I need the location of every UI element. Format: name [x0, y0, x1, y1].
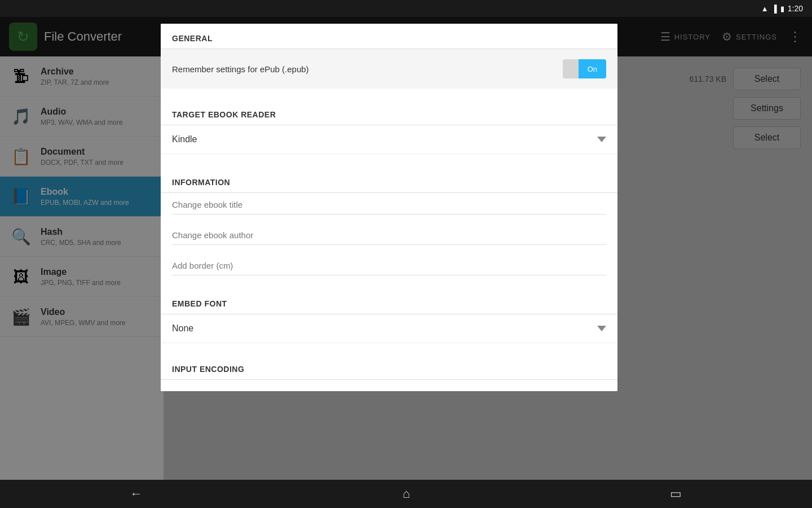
toggle-on-part[interactable]: On — [579, 59, 606, 78]
ebook-reader-dropdown-arrow — [597, 137, 606, 142]
ebook-title-input[interactable] — [172, 200, 606, 214]
information-section-header: INFORMATION — [161, 168, 617, 192]
remember-settings-label: Remember settings for ePub (.epub) — [172, 64, 309, 74]
spacer-3 — [161, 343, 617, 354]
information-section — [161, 193, 617, 289]
input-spacer-1 — [161, 214, 617, 224]
settings-modal: GENERAL Remember settings for ePub (.epu… — [161, 24, 617, 391]
spacer-2 — [161, 154, 617, 168]
ebook-reader-dropdown[interactable]: Kindle — [161, 125, 617, 154]
embed-font-dropdown-arrow — [597, 326, 606, 331]
border-input-row — [161, 254, 617, 275]
border-input[interactable] — [172, 261, 606, 275]
back-button[interactable]: ← — [119, 482, 154, 506]
status-bar: ▲ ▐ ▮ 1:20 — [0, 0, 812, 17]
embed-font-value: None — [172, 323, 193, 334]
input-encoding-section-header: INPUT ENCODING — [161, 354, 617, 379]
recent-apps-button[interactable]: ▭ — [659, 482, 693, 506]
ebook-author-input[interactable] — [172, 230, 606, 245]
input-spacer-2 — [161, 245, 617, 254]
author-input-row — [161, 224, 617, 245]
toggle-off-part — [563, 59, 579, 78]
spacer-1 — [161, 89, 617, 100]
battery-icon: ▮ — [780, 5, 784, 13]
ebook-reader-value: Kindle — [172, 134, 197, 144]
status-time: 1:20 — [788, 4, 803, 13]
remember-settings-row: Remember settings for ePub (.epub) On — [161, 49, 617, 89]
signal-icon: ▐ — [772, 5, 777, 13]
remember-settings-toggle[interactable]: On — [563, 59, 606, 78]
embed-font-dropdown[interactable]: None — [161, 314, 617, 343]
target-ebook-section-header: TARGET EBOOK READER — [161, 100, 617, 125]
bottom-navigation: ← ⌂ ▭ — [0, 480, 812, 508]
status-icons: ▲ ▐ ▮ 1:20 — [761, 4, 803, 13]
general-section-header: GENERAL — [161, 24, 617, 49]
input-spacer-3 — [161, 275, 617, 284]
spacer-4 — [161, 380, 617, 391]
embed-font-section-header: EMBED FONT — [161, 289, 617, 314]
wifi-icon: ▲ — [761, 5, 769, 13]
title-input-row — [161, 193, 617, 214]
home-button[interactable]: ⌂ — [391, 482, 421, 506]
